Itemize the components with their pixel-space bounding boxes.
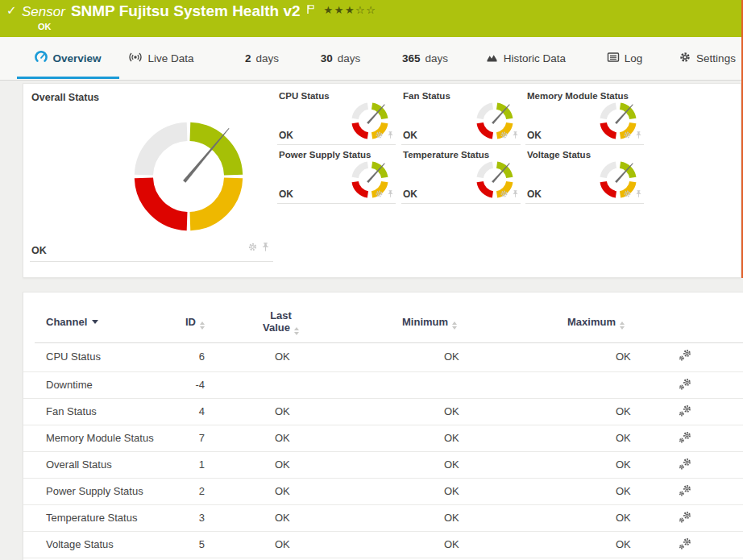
table-row-fan-status[interactable]: Fan Status 4 OK OK OK [23,398,743,425]
gauges-card: Overall Status OK CPU Status OK [23,83,741,278]
mini-gauge-panel-temperature-status[interactable]: Temperature Status OK [401,150,521,204]
tab-bar: Overview Live Data 2 days 30 days 365 da… [0,37,743,81]
tab-365-days[interactable]: 365 days [387,37,463,79]
area-chart-icon [486,51,499,66]
tab-overview[interactable]: Overview [17,37,119,79]
pin-icon[interactable] [635,187,642,201]
id-cell: 4 [152,398,205,425]
prtg-sensor-page: ✓ Sensor SNMP Fujitsu System Health v2 ★… [0,0,743,560]
priority-stars[interactable]: ★★★☆☆ [324,2,377,16]
id-cell: 7 [152,425,205,451]
table-row-memory-module-status[interactable]: Memory Module Status 7 OK OK OK [23,425,743,452]
gauge-settings-gear-icon[interactable] [623,128,632,143]
gauge-settings-gear-icon[interactable] [247,241,258,255]
minimum-cell: OK [444,478,459,504]
column-header-channel[interactable]: Channel [46,316,98,328]
gauge-value: OK [403,130,417,141]
panel-title: CPU Status [279,91,330,101]
channel-settings-gears-icon[interactable] [679,431,692,446]
flag-icon[interactable] [306,3,315,18]
table-row-cpu-status[interactable]: CPU Status 6 OK OK OK [23,342,743,372]
column-header-id[interactable]: ID [160,316,205,330]
tab-label-unit: days [425,52,449,64]
tab-label-number: 30 [321,52,333,64]
id-cell: 3 [152,504,205,531]
column-header-minimum[interactable]: Minimum [402,316,457,330]
minimum-cell: OK [444,504,459,531]
tab-label-number: 365 [402,52,421,64]
id-cell: 6 [152,342,205,371]
mini-gauge-panel-voltage-status[interactable]: Voltage Status OK [525,150,644,204]
column-header-last-value[interactable]: LastValue [251,309,311,335]
id-cell: 5 [152,531,205,558]
sort-arrows-icon [452,321,457,330]
tab-label: Overview [52,52,101,64]
sensor-type-label: Sensor [22,2,65,20]
pin-icon[interactable] [635,128,642,143]
log-list-icon [607,51,620,66]
gauge-settings-gear-icon[interactable] [500,128,508,143]
table-row-temperature-status[interactable]: Temperature Status 3 OK OK OK [23,504,743,532]
mini-gauge-panel-memory-module-status[interactable]: Memory Module Status OK [525,91,644,145]
minimum-cell: OK [444,398,459,425]
last-value-cell: OK [275,425,290,451]
mini-gauge-panel-cpu-status[interactable]: CPU Status OK [277,91,396,145]
overall-status-panel[interactable]: Overall Status OK [30,89,273,262]
tab-label-number: 2 [245,52,251,64]
tab-30-days[interactable]: 30 days [306,37,375,79]
tab-label: Settings [696,52,736,64]
stars-filled: ★★★ [324,4,355,16]
tab-label-unit: days [338,52,361,64]
gauge-settings-gear-icon[interactable] [375,187,384,201]
tab-label-unit: days [255,52,279,64]
gauge-icon [35,51,48,66]
mini-gauge-panel-power-supply-status[interactable]: Power Supply Status OK [277,150,396,204]
sensor-header: ✓ Sensor SNMP Fujitsu System Health v2 ★… [0,0,743,37]
tab-settings[interactable]: Settings [673,37,741,79]
minimum-cell: OK [444,425,459,451]
column-header-maximum[interactable]: Maximum [567,316,625,330]
gauge-settings-gear-icon[interactable] [623,187,632,201]
sensor-title: SNMP Fujitsu System Health v2 [71,2,301,20]
channel-settings-gears-icon[interactable] [679,458,692,472]
pin-icon[interactable] [261,241,270,255]
tab-log[interactable]: Log [596,37,653,79]
gauge-value: OK [403,189,417,200]
minimum-cell: OK [444,342,459,371]
pin-icon[interactable] [512,187,519,201]
channel-settings-gears-icon[interactable] [679,511,692,525]
maximum-cell: OK [616,478,631,504]
tab-historic-data[interactable]: Historic Data [471,37,580,79]
pin-icon[interactable] [387,187,394,201]
sort-arrows-icon [620,321,625,330]
gauge-settings-gear-icon[interactable] [375,128,384,143]
table-row-voltage-status[interactable]: Voltage Status 5 OK OK OK [23,531,743,558]
channel-settings-gears-icon[interactable] [679,404,692,419]
maximum-cell: OK [616,398,631,425]
tab-2-days[interactable]: 2 days [230,37,294,79]
mini-gauge-panel-fan-status[interactable]: Fan Status OK [401,91,521,145]
channels-table-card: Channel ID LastValue Minimum Maximum CPU… [23,292,743,560]
tab-live-data[interactable]: Live Data [117,37,205,79]
pin-icon[interactable] [387,128,394,143]
table-row-power-supply-status[interactable]: Power Supply Status 2 OK OK OK [23,478,743,505]
channel-settings-gears-icon[interactable] [679,349,692,363]
gear-icon [679,51,691,66]
pin-icon[interactable] [512,128,519,143]
overall-status-gauge [122,110,255,243]
id-cell: -4 [152,371,205,398]
sensor-ok-check-icon: ✓ [6,3,17,18]
channel-settings-gears-icon[interactable] [679,378,692,392]
sensor-status-text: OK [38,22,52,31]
panel-title: Fan Status [403,91,450,101]
gauge-settings-gear-icon[interactable] [500,187,508,201]
channel-settings-gears-icon[interactable] [679,484,692,499]
channel-settings-gears-icon[interactable] [679,537,692,552]
maximum-cell: OK [616,451,631,478]
table-row-overall-status[interactable]: Overall Status 1 OK OK OK [23,451,743,479]
table-row-downtime[interactable]: Downtime -4 [23,371,743,399]
last-value-cell: OK [275,398,290,425]
panel-title: Voltage Status [527,150,591,160]
last-value-cell: OK [275,342,290,371]
panel-title: Overall Status [31,92,99,103]
